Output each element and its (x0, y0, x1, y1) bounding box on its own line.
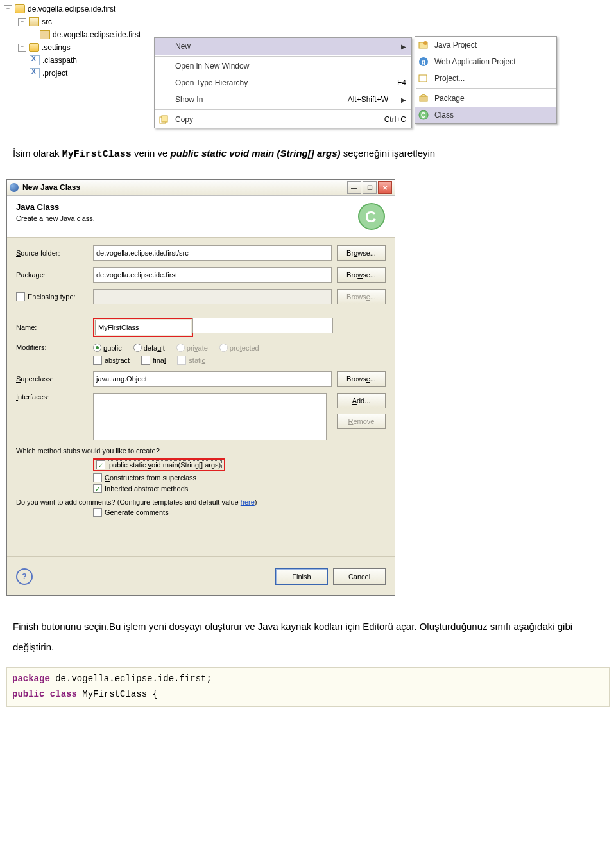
web-app-icon: g (418, 57, 429, 67)
stub-inherited-checkbox[interactable]: ✓ (93, 484, 102, 493)
name-highlight: MyFirstClass (93, 318, 193, 337)
radio-icon (219, 344, 228, 352)
stub-constructors-checkbox[interactable] (93, 473, 102, 482)
cancel-button[interactable]: Cancel (333, 568, 386, 585)
shortcut: Ctrl+C (384, 115, 406, 124)
superclass-value: java.lang.Object (96, 375, 147, 383)
instruction-paragraph-1: İsim olarak MyFirstClass verin ve public… (0, 127, 616, 177)
ctx-open-type-hierarchy[interactable]: Open Type Hierarchy F4 (155, 74, 411, 91)
minimize-button[interactable]: — (347, 181, 361, 194)
ctx-show-in[interactable]: Show In Alt+Shift+W ▶ (155, 91, 411, 108)
eclipse-icon (10, 183, 19, 192)
ctx-new[interactable]: New ▶ (155, 38, 411, 55)
configure-here-link[interactable]: here (241, 498, 255, 506)
project-label: de.vogella.eclipse.ide.first (28, 4, 116, 13)
submenu-arrow-icon: ▶ (401, 43, 406, 50)
stub-inherited-row[interactable]: ✓ Inherited abstract methods (93, 484, 386, 493)
project-tree: − de.vogella.eclipse.ide.first − src de.… (0, 0, 616, 127)
folder-icon (29, 43, 39, 52)
mod-private: private (176, 344, 208, 352)
svg-rect-7 (420, 96, 427, 101)
dialog-subheading: Create a new Java class. (16, 214, 95, 222)
collapse-icon[interactable]: − (4, 5, 12, 13)
generate-comments-label: Generate comments (105, 509, 169, 516)
browse-superclass-button[interactable]: Browse... (337, 371, 386, 387)
superclass-input[interactable]: java.lang.Object (93, 371, 332, 387)
browse-source-button[interactable]: Browse... (337, 245, 386, 261)
radio-icon (93, 344, 101, 352)
sub-project-label: Project... (434, 74, 465, 83)
dialog-footer: ? Finish Cancel (7, 556, 395, 595)
instruction-paragraph-2: Finish butonunu seçin.Bu işlem yeni dosy… (0, 596, 616, 663)
project-icon (418, 73, 429, 83)
source-folder-input[interactable]: de.vogella.eclipse.ide.first/src (93, 245, 332, 261)
ctx-copy[interactable]: Copy Ctrl+C (155, 111, 411, 128)
dialog-titlebar[interactable]: New Java Class — ☐ ✕ (7, 180, 395, 196)
dialog-header: Java Class Create a new Java class. C (7, 196, 395, 238)
name-value: MyFirstClass (98, 324, 139, 331)
close-button[interactable]: ✕ (378, 181, 392, 194)
stub-constructors-row[interactable]: Constructors from superclass (93, 473, 386, 482)
svg-text:g: g (422, 58, 425, 65)
add-interface-button[interactable]: Add... (337, 393, 386, 408)
tree-src[interactable]: − src (4, 15, 612, 28)
mod-protected: protected (219, 344, 259, 352)
ctx-open-new-window[interactable]: Open in New Window (155, 58, 411, 74)
source-folder-value: de.vogella.eclipse.ide.first/src (96, 249, 189, 257)
stub-main-checkbox[interactable]: ✓ (96, 460, 105, 469)
comments-question: Do you want to add comments? (Configure … (16, 498, 386, 506)
svg-text:C: C (365, 208, 376, 225)
sub-class[interactable]: C Class (415, 107, 556, 123)
browse-package-button[interactable]: Browse... (337, 267, 386, 283)
generate-comments-checkbox[interactable] (93, 508, 102, 517)
name-input-ext[interactable] (193, 318, 333, 333)
sub-java-project-label: Java Project (434, 40, 477, 49)
interfaces-list[interactable] (93, 393, 327, 440)
mod-default[interactable]: default (133, 344, 165, 352)
sub-class-label: Class (434, 110, 454, 119)
keyword-class: class (50, 689, 77, 699)
shortcut: Alt+Shift+W (348, 95, 388, 104)
mod-final[interactable]: final (141, 356, 166, 365)
ctx-copy-label: Copy (175, 115, 193, 124)
svg-rect-6 (419, 75, 427, 82)
name-input[interactable]: MyFirstClass (95, 320, 191, 335)
sub-package[interactable]: Package (415, 90, 556, 107)
separator (7, 311, 395, 311)
name-label: Name: (16, 324, 93, 331)
new-submenu: Java Project g Web Application Project P… (415, 36, 557, 124)
main-signature: public static void main (String[] args) (171, 148, 341, 159)
submenu-arrow-icon: ▶ (401, 96, 406, 103)
stub-inherited-label: Inherited abstract methods (105, 485, 188, 492)
tree-project[interactable]: − de.vogella.eclipse.ide.first (4, 3, 612, 15)
code-line-2: public class MyFirstClass { (12, 687, 604, 702)
stub-main-label: public static void main(String[] args) (108, 460, 222, 469)
sub-project[interactable]: Project... (415, 70, 556, 87)
separator (416, 88, 556, 89)
sub-package-label: Package (434, 94, 465, 103)
separator (155, 109, 411, 110)
expand-icon[interactable]: + (18, 44, 26, 52)
text: Finish butonunu seçin.Bu işlem yeni dosy… (13, 621, 572, 652)
source-folder-label: Source folder: (16, 249, 93, 257)
stub-main-row: ✓ public static void main(String[] args) (93, 458, 386, 471)
keyword-package: package (12, 674, 50, 684)
sub-java-project[interactable]: Java Project (415, 37, 556, 53)
browse-enclosing-button: Browse... (337, 289, 386, 304)
package-name: de.vogella.eclipse.ide.first; (55, 674, 212, 684)
main-highlight: ✓ public static void main(String[] args) (93, 458, 225, 471)
mod-public[interactable]: public (93, 344, 122, 352)
remove-interface-button: Remove (337, 414, 386, 429)
help-button[interactable]: ? (16, 568, 33, 585)
java-project-icon (418, 40, 429, 50)
sub-web-app[interactable]: g Web Application Project (415, 53, 556, 70)
modifiers-label: Modifiers: (16, 344, 93, 351)
collapse-icon[interactable]: − (18, 18, 26, 26)
generate-comments-row[interactable]: Generate comments (93, 508, 386, 517)
enclosing-checkbox[interactable] (16, 292, 25, 301)
package-input[interactable]: de.vogella.eclipse.ide.first (93, 267, 332, 283)
mod-abstract[interactable]: abstract (93, 356, 130, 365)
finish-button[interactable]: Finish (275, 568, 328, 585)
checkbox-icon (177, 356, 186, 365)
maximize-button[interactable]: ☐ (363, 181, 377, 194)
